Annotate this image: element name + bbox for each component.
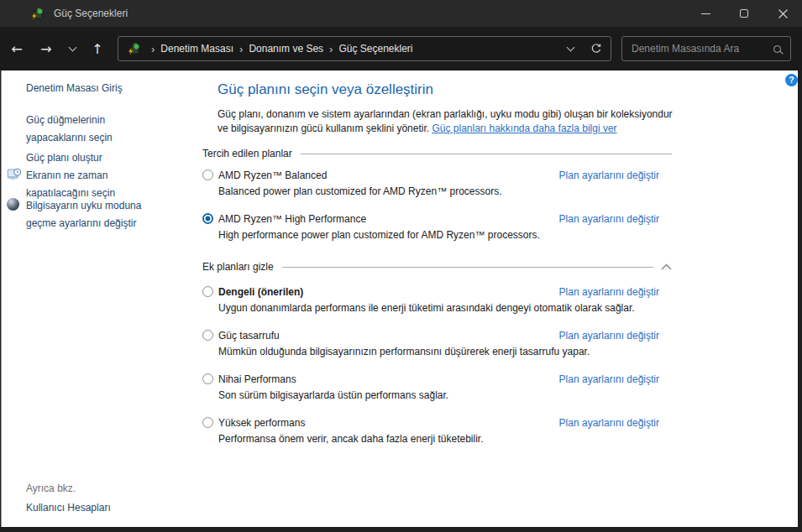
plan-name: AMD Ryzen™ High Performance (218, 213, 366, 225)
recent-locations-button[interactable] (62, 38, 82, 60)
plan-row-amd-ryzen-balanced: AMD Ryzen™ Balanced Plan ayarlarını deği… (202, 169, 659, 201)
plan-row-high-performance: Yüksek performans Plan ayarlarını değişt… (202, 416, 659, 448)
sidebar-item-create-power-plan[interactable]: Güç planı oluştur (26, 149, 167, 167)
see-also-header: Ayrıca bkz. (26, 482, 76, 494)
sidebar-item-change-sleep-settings[interactable]: Bilgisayarın uyku moduna geçme ayarların… (26, 197, 167, 232)
breadcrumb-control-panel[interactable]: Denetim Masası (160, 43, 233, 55)
radio-balanced[interactable] (202, 286, 213, 297)
change-plan-settings-link[interactable]: Plan ayarlarını değiştir (559, 286, 659, 298)
plan-name: Güç tasarrufu (218, 330, 280, 342)
sidebar-item-user-accounts[interactable]: Kullanıcı Hesapları (26, 502, 111, 514)
plan-description: High performance power plan customized f… (218, 229, 540, 241)
window-right-edge (798, 70, 802, 527)
search-input[interactable] (632, 43, 773, 55)
refresh-icon[interactable] (590, 43, 602, 55)
change-plan-settings-link[interactable]: Plan ayarlarını değiştir (559, 213, 659, 225)
minimize-button[interactable] (686, 0, 725, 27)
minimize-icon (701, 13, 710, 14)
radio-power-saver[interactable] (202, 330, 213, 341)
radio-ultimate-performance[interactable] (202, 373, 213, 384)
forward-button[interactable]: → (34, 38, 58, 60)
section-rule (301, 154, 672, 154)
power-options-icon (127, 42, 140, 55)
plan-description: Mümkün olduğunda bilgisayarınızın perfor… (218, 346, 590, 357)
plan-description: Performansa önem verir, ancak daha fazla… (218, 433, 484, 445)
plan-name: Yüksek performans (218, 417, 305, 429)
power-options-icon (30, 7, 44, 20)
plan-name: Nihai Performans (218, 373, 296, 385)
close-icon (778, 9, 788, 18)
learn-more-link[interactable]: Güç planları hakkında daha fazla bilgi v… (432, 123, 616, 134)
breadcrumb-separator-icon[interactable]: › (233, 43, 249, 55)
radio-high-performance[interactable] (202, 417, 213, 428)
display-clock-icon (7, 168, 22, 181)
maximize-icon (740, 9, 748, 18)
window-title: Güç Seçenekleri (54, 8, 128, 19)
breadcrumb-separator-icon[interactable]: › (145, 43, 160, 55)
plan-row-amd-ryzen-high-performance: AMD Ryzen™ High Performance Plan ayarlar… (202, 212, 659, 244)
breadcrumb-hardware-and-sound[interactable]: Donanım ve Ses (249, 43, 323, 55)
radio-amd-ryzen-balanced[interactable] (202, 170, 213, 180)
section-header-label: Tercih edilen planlar (202, 148, 292, 159)
change-plan-settings-link[interactable]: Plan ayarlarını değiştir (559, 373, 659, 385)
plan-row-ultimate-performance: Nihai Performans Plan ayarlarını değişti… (202, 373, 659, 404)
breadcrumb-power-options[interactable]: Güç Seçenekleri (338, 43, 412, 55)
up-button[interactable]: ↑ (86, 38, 109, 60)
sidebar-item-control-panel-home[interactable]: Denetim Masası Giriş (26, 80, 167, 97)
address-dropdown-icon[interactable] (567, 43, 575, 51)
section-rule (282, 267, 653, 268)
change-plan-settings-link[interactable]: Plan ayarlarını değiştir (559, 417, 659, 429)
help-button[interactable]: ? (785, 74, 798, 86)
power-options-window: Güç Seçenekleri ← → ↑ › Denetim Masası ›… (0, 0, 802, 532)
plan-description: Uygun donanımlarda performans ile enerji… (218, 302, 635, 314)
change-plan-settings-link[interactable]: Plan ayarlarını değiştir (559, 170, 659, 181)
address-bar[interactable]: › Denetim Masası › Donanım ve Ses › Güç … (118, 36, 611, 61)
sleep-sphere-icon (7, 198, 22, 211)
navigation-toolbar: ← → ↑ › Denetim Masası › Donanım ve Ses … (0, 27, 802, 70)
search-box[interactable] (621, 36, 791, 61)
plan-name: AMD Ryzen™ Balanced (218, 170, 327, 181)
chevron-down-icon (68, 43, 76, 51)
plan-description: Son sürüm bilgisayarlarda üstün performa… (218, 389, 448, 401)
page-title: Güç planını seçin veya özelleştirin (218, 81, 433, 98)
section-header-label[interactable]: Ek planları gizle (202, 261, 274, 273)
change-plan-settings-link[interactable]: Plan ayarlarını değiştir (559, 330, 659, 342)
window-bottom-edge (0, 527, 802, 532)
section-hide-additional-plans[interactable]: Ek planları gizle (202, 261, 672, 273)
plan-row-power-saver: Güç tasarrufu Plan ayarlarını değiştir M… (202, 329, 659, 361)
breadcrumb-separator-icon[interactable]: › (323, 43, 338, 55)
plan-description: Balanced power plan customized for AMD R… (218, 185, 501, 197)
close-button[interactable] (763, 0, 802, 27)
titlebar: Güç Seçenekleri (0, 0, 802, 27)
plan-row-balanced: Dengeli (önerilen) Plan ayarlarını değiş… (202, 285, 659, 317)
sidebar-item-power-buttons[interactable]: Güç düğmelerinin yapacaklarını seçin (26, 112, 167, 147)
intro-paragraph: Güç planı, donanım ve sistem ayarlarında… (218, 107, 681, 136)
back-button[interactable]: ← (5, 38, 29, 60)
maximize-button[interactable] (725, 0, 763, 27)
control-panel-content: Denetim Masası Giriş Güç düğmelerinin ya… (1, 70, 798, 527)
search-icon[interactable] (773, 45, 781, 53)
collapse-section-button[interactable] (661, 263, 672, 270)
plan-name: Dengeli (önerilen) (218, 286, 303, 298)
radio-amd-ryzen-high-performance[interactable] (202, 213, 213, 224)
section-preferred-plans: Tercih edilen planlar (202, 148, 672, 159)
chevron-up-icon (661, 263, 672, 270)
